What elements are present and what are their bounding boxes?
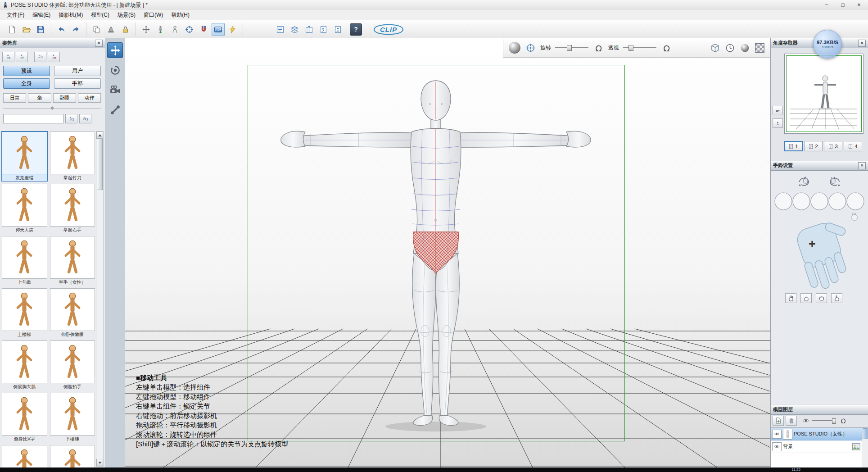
rotate-hand-right-icon[interactable]: [825, 174, 843, 187]
pose-item[interactable]: [1, 445, 48, 467]
open-button[interactable]: [20, 23, 33, 36]
camera-tool-button[interactable]: [107, 82, 123, 98]
menu-item-3[interactable]: 摄影机(M): [54, 10, 87, 20]
background-checker-button[interactable]: [754, 42, 765, 54]
opacity-reset-button[interactable]: [837, 416, 849, 426]
pose-grid-scrollbar[interactable]: [96, 131, 104, 467]
undo-button[interactable]: [55, 23, 68, 36]
layer-list-scrollbar[interactable]: [862, 428, 868, 467]
select-move-button[interactable]: [140, 23, 153, 36]
pose-scope-button-1[interactable]: 全身: [3, 78, 50, 89]
viewport-3d[interactable]: 旋转 透视: [125, 38, 771, 467]
pose-item[interactable]: 发觉差错: [1, 131, 48, 182]
pose-category-tab-2[interactable]: 坐: [28, 93, 51, 103]
apply-pose-button[interactable]: [16, 52, 28, 62]
gesture-fist-button[interactable]: [816, 293, 827, 303]
new-layer-button[interactable]: [773, 416, 784, 426]
target-button[interactable]: [183, 23, 196, 36]
network-speed-badge[interactable]: 97.3KB/S ↑0KB/s: [813, 30, 842, 59]
light-source-ball[interactable]: [509, 42, 520, 54]
pose-item[interactable]: 举起右手: [50, 183, 96, 234]
layer-opacity-slider[interactable]: [812, 418, 836, 424]
help-button[interactable]: ?: [350, 23, 362, 36]
hand-pose-search-button[interactable]: [79, 114, 91, 123]
menu-item-5[interactable]: 场景(S): [113, 10, 140, 20]
rotate-hand-left-icon[interactable]: [796, 174, 814, 187]
move-tool-button[interactable]: [107, 42, 123, 58]
gesture-half-curl-button[interactable]: [800, 293, 812, 303]
scrollbar-thumb[interactable]: [97, 139, 103, 190]
scroll-down-icon[interactable]: [96, 459, 103, 466]
menu-item-2[interactable]: 编辑(E): [28, 10, 54, 20]
minimize-button[interactable]: ─: [818, 0, 835, 9]
layer-opacity-thumb[interactable]: [832, 418, 836, 424]
close-button[interactable]: ✕: [851, 0, 867, 9]
pose-source-button-2[interactable]: 用户: [54, 66, 101, 76]
menu-item-1[interactable]: 文件(F): [3, 10, 28, 20]
camera-target-button[interactable]: [524, 42, 536, 54]
gesture-point-button[interactable]: [831, 293, 842, 303]
magnet-button[interactable]: [197, 23, 210, 36]
angle-slot-3[interactable]: 3: [824, 141, 842, 151]
pose-item[interactable]: 上勾拳: [1, 236, 48, 286]
perspective-slider[interactable]: [623, 44, 656, 51]
gesture-panel-close-icon[interactable]: ✕: [858, 162, 866, 169]
menu-item-4[interactable]: 模型(C): [87, 10, 113, 20]
pose-item[interactable]: 侧脸拍手: [50, 340, 96, 390]
pose-category-tab-4[interactable]: 动作: [78, 93, 101, 103]
layer-row-model[interactable]: POSE STUDIO（女性）: [771, 428, 862, 440]
mannequin-figure[interactable]: [274, 79, 598, 439]
pose-search-input[interactable]: [3, 114, 63, 123]
panel-pose-library-button[interactable]: [274, 23, 287, 36]
copy-button[interactable]: [90, 23, 103, 36]
mirror-pose-button[interactable]: [34, 52, 46, 62]
delete-layer-button[interactable]: [786, 416, 797, 426]
angle-preview[interactable]: [784, 54, 863, 134]
pose-source-button-1[interactable]: 预设: [3, 66, 50, 76]
stamp-button[interactable]: [104, 23, 118, 36]
gesture-open-hand-button[interactable]: [785, 293, 796, 303]
redo-button[interactable]: [69, 23, 82, 36]
scroll-up-icon[interactable]: [96, 132, 103, 139]
pose-item[interactable]: 侧展胸大肌: [1, 340, 48, 390]
maximize-button[interactable]: ▢: [835, 0, 851, 9]
clock-button[interactable]: [724, 42, 736, 54]
drop-model-button[interactable]: [154, 23, 167, 36]
menu-item-6[interactable]: 窗口(W): [140, 10, 167, 20]
menu-item-7[interactable]: 帮助(H): [167, 10, 194, 20]
pose-item[interactable]: 举起竹刀: [50, 131, 96, 182]
pose-joint-tool-button[interactable]: [107, 102, 123, 118]
angle-panel-close-icon[interactable]: ✕: [858, 40, 866, 47]
rotate-slider[interactable]: [555, 44, 588, 51]
pose-item[interactable]: 下楼梯: [50, 392, 96, 443]
panel-gesture-button[interactable]: [317, 23, 330, 36]
rotate-slider-thumb[interactable]: [567, 45, 572, 51]
cube-view-button[interactable]: [709, 42, 721, 54]
ghost-pose-button[interactable]: [168, 23, 181, 36]
layer-visibility-button[interactable]: [772, 430, 782, 439]
rotate-tool-button[interactable]: [107, 62, 123, 78]
register-pose-button[interactable]: [2, 52, 14, 62]
pose-search-button[interactable]: [65, 114, 77, 123]
material-ball-button[interactable]: [739, 42, 750, 54]
pose-item[interactable]: [50, 445, 96, 467]
lock-button[interactable]: [119, 23, 132, 36]
new-button[interactable]: [5, 23, 18, 36]
rotate-reset-button[interactable]: [592, 42, 604, 54]
layer-row-background[interactable]: 背景: [771, 440, 862, 453]
pose-item[interactable]: 侧身比V字: [1, 392, 48, 443]
angle-slot-1[interactable]: 1: [784, 141, 803, 151]
delete-pose-button[interactable]: [48, 52, 60, 62]
pose-category-tab-1[interactable]: 日常: [3, 93, 26, 103]
pose-scope-button-2[interactable]: 手部: [54, 78, 101, 89]
pose-library-close-icon[interactable]: ✕: [95, 40, 103, 47]
pose-item[interactable]: 仰卧伸懒腰: [50, 288, 96, 338]
angle-slot-4[interactable]: 4: [844, 141, 862, 151]
render-view-button[interactable]: [212, 23, 225, 36]
pose-category-tab-3[interactable]: 卧睡: [53, 93, 76, 103]
perspective-reset-button[interactable]: [660, 42, 672, 54]
panel-layers-button[interactable]: [288, 23, 301, 36]
save-button[interactable]: [34, 23, 47, 36]
angle-model-button[interactable]: [773, 118, 783, 128]
layer-visibility-button[interactable]: [772, 442, 782, 451]
